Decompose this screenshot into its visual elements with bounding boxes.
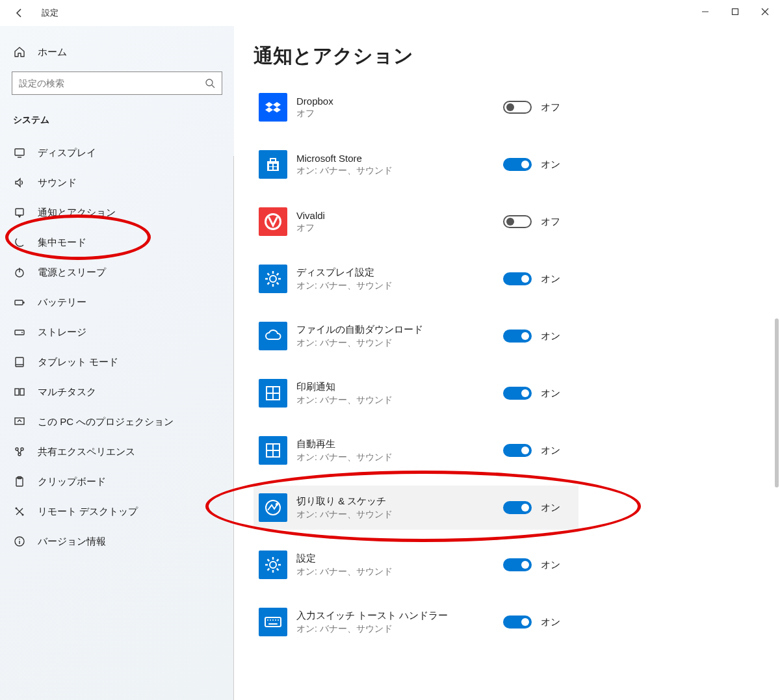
nav-item-storage[interactable]: ストレージ [12, 317, 222, 347]
battery-icon [13, 296, 26, 309]
toggle-label: オフ [541, 216, 560, 228]
toggle-label: オン [541, 445, 560, 457]
app-text: ディスプレイ設定 オン: バナー、サウンド [296, 266, 503, 292]
nav-item-label: タブレット モード [38, 356, 118, 369]
svg-rect-10 [23, 302, 25, 304]
toggle-switch[interactable] [503, 387, 532, 400]
toggle-switch[interactable] [503, 444, 532, 457]
nav-item-notification[interactable]: 通知とアクション [12, 198, 222, 227]
nav-item-label: マルチタスク [38, 386, 96, 398]
app-row[interactable]: Dropbox オフ オフ [254, 85, 578, 129]
toggle-switch[interactable] [503, 616, 532, 629]
app-row[interactable]: 印刷通知 オン: バナー、サウンド オン [254, 371, 578, 415]
app-name: 印刷通知 [296, 381, 503, 393]
toggle-switch[interactable] [503, 158, 532, 171]
sidebar: ホーム システム ディスプレイサウンド通知とアクション集中モード電源とスリープバ… [0, 26, 234, 700]
svg-rect-32 [274, 167, 277, 170]
svg-rect-1 [733, 9, 738, 15]
nav-item-focus[interactable]: 集中モード [12, 227, 222, 257]
svg-point-44 [270, 562, 276, 568]
search-box[interactable] [12, 71, 222, 95]
svg-rect-16 [20, 389, 24, 395]
nav-item-tablet[interactable]: タブレット モード [12, 347, 222, 377]
power-icon [13, 266, 26, 279]
app-name: ファイルの自動ダウンロード [296, 324, 503, 336]
toggle-switch[interactable] [503, 330, 532, 343]
nav-item-sound[interactable]: サウンド [12, 168, 222, 198]
focus-icon [13, 236, 26, 249]
search-input[interactable] [19, 78, 205, 88]
app-row[interactable]: 入力スイッチ トースト ハンドラー オン: バナー、サウンド オン [254, 600, 578, 644]
storage-icon [13, 326, 26, 339]
nav-item-share[interactable]: 共有エクスペリエンス [12, 437, 222, 467]
close-button[interactable] [750, 0, 780, 23]
toggle-switch[interactable] [503, 101, 532, 114]
app-name: Microsoft Store [296, 153, 503, 164]
app-row[interactable]: 切り取り & スケッチ オン: バナー、サウンド オン [254, 486, 578, 530]
svg-rect-17 [15, 418, 24, 424]
gear-app-icon [259, 265, 287, 293]
app-row[interactable]: 設定 オン: バナー、サウンド オン [254, 543, 578, 587]
nav-list: ディスプレイサウンド通知とアクション集中モード電源とスリープバッテリーストレージ… [12, 138, 222, 556]
toggle-wrap: オン [503, 616, 560, 629]
nav-item-label: この PC へのプロジェクション [38, 416, 174, 428]
scrollbar-thumb[interactable] [775, 318, 779, 487]
search-icon [205, 78, 215, 88]
app-text: 切り取り & スケッチ オン: バナー、サウンド [296, 495, 503, 521]
grid-app-icon [259, 436, 287, 465]
vivaldi-app-icon [259, 207, 287, 236]
svg-point-27 [19, 539, 20, 540]
app-row[interactable]: Vivaldi オフ オフ [254, 200, 578, 244]
nav-item-multitask[interactable]: マルチタスク [12, 377, 222, 407]
toggle-label: オン [541, 559, 560, 571]
minimize-button[interactable] [690, 0, 720, 23]
svg-rect-4 [15, 149, 24, 155]
svg-point-2 [206, 79, 213, 86]
toggle-label: オン [541, 330, 560, 343]
svg-rect-15 [15, 389, 19, 395]
toggle-wrap: オン [503, 272, 560, 285]
app-row[interactable]: ディスプレイ設定 オン: バナー、サウンド オン [254, 257, 578, 301]
nav-item-display[interactable]: ディスプレイ [12, 138, 222, 168]
toggle-switch[interactable] [503, 558, 532, 571]
app-status: オン: バナー、サウンド [296, 452, 503, 463]
clipboard-icon [13, 475, 26, 488]
app-name: 設定 [296, 552, 503, 565]
nav-item-clipboard[interactable]: クリップボード [12, 467, 222, 497]
titlebar: 設定 [0, 0, 780, 26]
nav-item-project[interactable]: この PC へのプロジェクション [12, 407, 222, 437]
nav-item-label: ディスプレイ [38, 147, 96, 159]
nav-item-label: サウンド [38, 177, 77, 189]
svg-rect-45 [265, 617, 281, 627]
nav-item-label: ストレージ [38, 326, 86, 339]
svg-point-43 [276, 503, 278, 506]
svg-point-24 [22, 514, 24, 516]
toggle-wrap: オン [503, 444, 560, 457]
app-text: ファイルの自動ダウンロード オン: バナー、サウンド [296, 324, 503, 349]
home-link[interactable]: ホーム [13, 45, 221, 58]
nav-item-battery[interactable]: バッテリー [12, 287, 222, 317]
nav-item-remote[interactable]: リモート デスクトップ [12, 497, 222, 526]
toggle-switch[interactable] [503, 215, 532, 228]
toggle-switch[interactable] [503, 501, 532, 514]
dropbox-app-icon [259, 93, 287, 122]
project-icon [13, 415, 26, 428]
toggle-wrap: オン [503, 387, 560, 400]
app-row[interactable]: 自動再生 オン: バナー、サウンド オン [254, 428, 578, 473]
nav-item-power[interactable]: 電源とスリープ [12, 257, 222, 287]
nav-item-label: 共有エクスペリエンス [38, 446, 135, 458]
app-text: Microsoft Store オン: バナー、サウンド [296, 153, 503, 177]
maximize-button[interactable] [720, 0, 750, 23]
app-row[interactable]: Microsoft Store オン: バナー、サウンド オン [254, 142, 578, 187]
app-name: 自動再生 [296, 438, 503, 450]
svg-rect-30 [274, 164, 277, 166]
app-status: オフ [296, 108, 503, 120]
nav-item-about[interactable]: バージョン情報 [12, 526, 222, 556]
toggle-switch[interactable] [503, 272, 532, 285]
app-row[interactable]: ファイルの自動ダウンロード オン: バナー、サウンド オン [254, 314, 578, 358]
app-name: 入力スイッチ トースト ハンドラー [296, 610, 503, 622]
svg-point-23 [16, 508, 18, 510]
toggle-label: オン [541, 502, 560, 514]
app-text: 印刷通知 オン: バナー、サウンド [296, 381, 503, 406]
back-button[interactable] [12, 5, 27, 21]
